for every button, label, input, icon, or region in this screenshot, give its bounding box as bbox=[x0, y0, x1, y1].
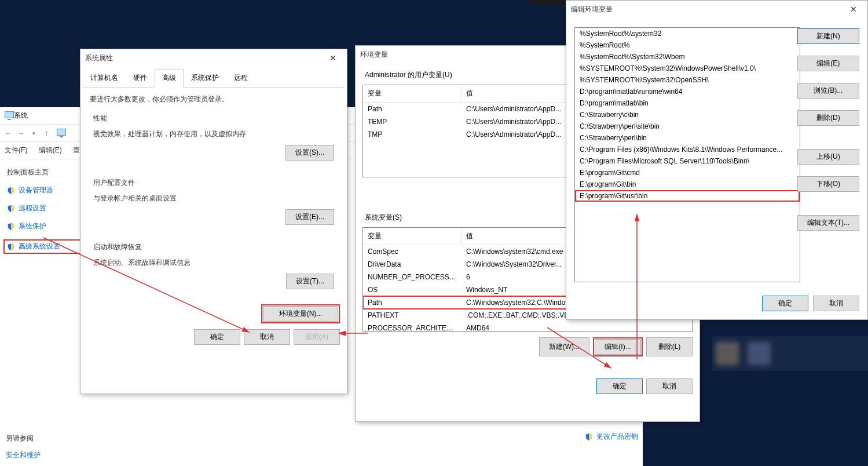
path-entry[interactable]: E:\program\Git\usr\bin bbox=[575, 190, 800, 202]
system-properties-dialog: 系统属性 ✕ 计算机名 硬件 高级 系统保护 远程 要进行大多数更改，你必须作为… bbox=[80, 49, 347, 394]
path-entry[interactable]: E:\program\Git\bin bbox=[575, 179, 800, 190]
edit-environment-variable-dialog: 编辑环境变量 ✕ %SystemRoot%\system32%SystemRoo… bbox=[566, 0, 868, 320]
ok-button[interactable]: 确定 bbox=[596, 378, 643, 394]
edit-text-button[interactable]: 编辑文本(T)... bbox=[797, 215, 859, 231]
taskbar-icon bbox=[748, 342, 771, 365]
profiles-desc: 与登录帐户相关的桌面设置 bbox=[93, 190, 334, 209]
env-var-button-highlight: 环境变量(N)... bbox=[261, 304, 340, 323]
also-see-label: 另请参阅 bbox=[6, 434, 41, 443]
nav-back-button[interactable]: ← bbox=[3, 129, 13, 138]
sys-delete-button[interactable]: 删除(L) bbox=[646, 337, 693, 356]
tab-remote[interactable]: 远程 bbox=[226, 69, 255, 87]
nav-dropdown-button[interactable]: ▾ bbox=[29, 129, 38, 138]
sys-edit-button-highlight: 编辑(I)... bbox=[593, 337, 643, 356]
move-up-button[interactable]: 上移(U) bbox=[797, 149, 859, 165]
path-entry[interactable]: C:\Strawberry\c\bin bbox=[575, 109, 800, 121]
tab-bar: 计算机名 硬件 高级 系统保护 远程 bbox=[83, 69, 345, 88]
performance-group: 性能 视觉效果，处理器计划，内存使用，以及虚拟内存 设置(S)... bbox=[87, 109, 340, 166]
col-variable: 变量 bbox=[363, 228, 462, 245]
shield-icon bbox=[7, 223, 15, 231]
path-entry[interactable]: D:\program\matlab\bin bbox=[575, 97, 800, 109]
tab-hardware[interactable]: 硬件 bbox=[126, 69, 155, 87]
cancel-button[interactable]: 取消 bbox=[244, 329, 290, 345]
browse-button[interactable]: 浏览(B)... bbox=[797, 83, 859, 99]
path-entry[interactable]: %SystemRoot% bbox=[575, 39, 800, 51]
performance-settings-button[interactable]: 设置(S)... bbox=[285, 145, 334, 161]
startup-settings-button[interactable]: 设置(T)... bbox=[286, 274, 334, 289]
var-name: TEMP bbox=[363, 116, 462, 127]
path-entry[interactable]: E:\program\Git\cmd bbox=[575, 167, 800, 179]
sys-new-button[interactable]: 新建(W)... bbox=[539, 337, 589, 356]
breadcrumb-icon bbox=[57, 129, 66, 138]
shield-icon bbox=[7, 187, 15, 195]
apply-button[interactable]: 应用(A) bbox=[294, 329, 340, 345]
nav-up-button[interactable]: ↑ bbox=[42, 129, 51, 138]
col-variable: 变量 bbox=[363, 85, 462, 102]
cancel-button[interactable]: 取消 bbox=[813, 296, 859, 311]
var-name: PROCESSOR_ARCHITECT... bbox=[363, 323, 462, 332]
tab-advanced[interactable]: 高级 bbox=[155, 69, 184, 88]
profiles-group: 用户配置文件 与登录帐户相关的桌面设置 设置(E)... bbox=[87, 173, 340, 231]
edit-button[interactable]: 编辑(E) bbox=[797, 56, 859, 71]
tab-protection[interactable]: 系统保护 bbox=[184, 69, 226, 87]
change-product-key-link[interactable]: 更改产品密钥 bbox=[585, 432, 638, 442]
path-entries-list[interactable]: %SystemRoot%\system32%SystemRoot%%System… bbox=[574, 27, 800, 282]
shield-icon bbox=[7, 243, 15, 251]
var-name: Path bbox=[363, 297, 462, 308]
path-entry[interactable]: C:\Strawberry\perl\bin bbox=[575, 132, 800, 144]
performance-legend: 性能 bbox=[93, 114, 334, 126]
path-entry[interactable]: C:\Program Files\Microsoft SQL Server\11… bbox=[575, 155, 800, 167]
path-entry[interactable]: D:\program\matlab\runtime\win64 bbox=[575, 86, 800, 97]
window-title: 系统 bbox=[14, 111, 28, 121]
menu-edit[interactable]: 编辑(E) bbox=[34, 146, 67, 154]
shield-icon bbox=[7, 205, 15, 213]
var-name: TMP bbox=[363, 129, 462, 140]
tab-computer-name[interactable]: 计算机名 bbox=[83, 69, 126, 87]
var-name: PATHEXT bbox=[363, 310, 462, 321]
var-value: AMD64 bbox=[462, 323, 692, 332]
delete-button[interactable]: 删除(D) bbox=[797, 110, 859, 126]
performance-desc: 视觉效果，处理器计划，内存使用，以及虚拟内存 bbox=[93, 126, 334, 145]
var-name: OS bbox=[363, 285, 462, 295]
menu-file[interactable]: 文件(F) bbox=[0, 146, 32, 154]
path-entry[interactable]: %SYSTEMROOT%\System32\OpenSSH\ bbox=[575, 74, 800, 86]
close-button[interactable]: ✕ bbox=[844, 3, 863, 16]
startup-desc: 系统启动、系统故障和调试信息 bbox=[93, 254, 334, 274]
close-button[interactable]: ✕ bbox=[324, 52, 342, 64]
security-maintenance-link[interactable]: 安全和维护 bbox=[6, 450, 41, 460]
dialog-title-bar: 系统属性 ✕ bbox=[80, 49, 347, 67]
system-icon bbox=[5, 111, 14, 121]
move-down-button[interactable]: 下移(O) bbox=[797, 176, 859, 192]
dialog-title: 系统属性 bbox=[85, 53, 113, 63]
ok-button[interactable]: 确定 bbox=[194, 329, 240, 345]
ok-button[interactable]: 确定 bbox=[762, 296, 808, 311]
shield-icon bbox=[585, 433, 593, 441]
profiles-settings-button[interactable]: 设置(E)... bbox=[285, 209, 334, 225]
dark-strip bbox=[530, 0, 565, 5]
dialog-footer: 确定 取消 应用(A) bbox=[80, 323, 347, 351]
profiles-legend: 用户配置文件 bbox=[93, 178, 334, 190]
also-see-section: 另请参阅 安全和维护 bbox=[6, 434, 41, 460]
path-entry[interactable]: %SystemRoot%\system32 bbox=[575, 28, 800, 39]
cancel-button[interactable]: 取消 bbox=[646, 378, 693, 394]
dialog-title: 编辑环境变量 bbox=[571, 5, 613, 14]
taskbar-icon bbox=[716, 342, 739, 365]
nav-forward-button[interactable]: → bbox=[16, 129, 25, 138]
var-name: ComSpec bbox=[363, 246, 462, 257]
admin-note: 要进行大多数更改，你必须作为管理员登录。 bbox=[80, 88, 347, 109]
path-entry[interactable]: C:\Strawberry\perl\site\bin bbox=[575, 121, 800, 132]
var-name: Path bbox=[363, 104, 462, 114]
path-entry[interactable]: C:\Program Files (x86)\Windows Kits\8.1\… bbox=[575, 144, 800, 155]
var-name: DriverData bbox=[363, 259, 462, 270]
startup-group: 启动和故障恢复 系统启动、系统故障和调试信息 设置(T)... bbox=[87, 238, 340, 295]
path-entry[interactable]: %SystemRoot%\System32\Wbem bbox=[575, 51, 800, 63]
sys-edit-button[interactable]: 编辑(I)... bbox=[595, 339, 641, 355]
taskbar-fragment bbox=[712, 336, 868, 371]
environment-variables-button[interactable]: 环境变量(N)... bbox=[263, 306, 338, 322]
new-button[interactable]: 新建(N) bbox=[797, 28, 859, 44]
dialog-title-bar: 编辑环境变量 ✕ bbox=[566, 1, 867, 18]
var-name: NUMBER_OF_PROCESSORS bbox=[363, 272, 462, 282]
table-row[interactable]: PROCESSOR_ARCHITECT...AMD64 bbox=[363, 322, 692, 332]
path-entry[interactable]: %SYSTEMROOT%\System32\WindowsPowerShell\… bbox=[575, 63, 800, 74]
startup-legend: 启动和故障恢复 bbox=[93, 242, 334, 254]
